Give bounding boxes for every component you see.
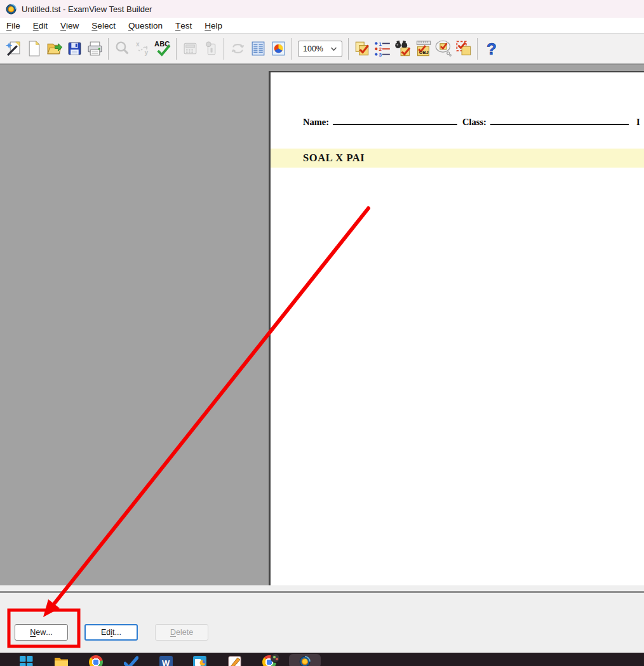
menu-question[interactable]: Question <box>122 18 169 33</box>
svg-text:y: y <box>144 49 148 56</box>
chrome-icon[interactable] <box>89 655 104 666</box>
workspace: Name:Class:I SOAL X PAI <box>0 65 644 585</box>
dynamic-question-icon[interactable] <box>433 38 453 60</box>
zoom-value: 100% <box>303 44 323 53</box>
slider-tool-icon <box>200 38 220 60</box>
open-test-icon[interactable] <box>44 38 64 60</box>
word-icon[interactable]: W <box>159 655 174 666</box>
window-title: Untitled.tst - ExamView Test Builder <box>22 4 152 14</box>
examview-logo-icon <box>6 4 17 15</box>
menu-help[interactable]: Help <box>198 18 229 33</box>
menu-file[interactable]: File <box>0 18 27 33</box>
edit-question-button[interactable]: Edit... <box>84 624 138 641</box>
id-label-partial: I <box>636 117 640 127</box>
panel-divider <box>0 585 644 593</box>
chevron-down-icon <box>330 46 337 51</box>
toolbar-separator <box>477 38 478 60</box>
menu-test[interactable]: Test <box>169 18 198 33</box>
style-gallery-icon[interactable] <box>268 38 288 60</box>
svg-text:x: x <box>136 41 140 48</box>
test-document-page: Name:Class:I SOAL X PAI <box>269 71 644 585</box>
toolbar-separator <box>176 38 177 60</box>
delete-question-button: Delete <box>155 624 208 641</box>
examview-logo-icon <box>299 656 311 666</box>
media-app-icon[interactable] <box>192 655 208 666</box>
zoom-select[interactable]: 100% <box>298 41 342 57</box>
test-wizard-icon[interactable] <box>3 38 23 60</box>
new-question-button[interactable]: New... <box>15 624 68 641</box>
zoom-icon <box>112 38 132 60</box>
document-header-row: Name:Class:I <box>303 116 641 128</box>
section-title-band: SOAL X PAI <box>271 149 644 168</box>
swap-icon <box>227 38 248 60</box>
svg-text:W: W <box>162 658 170 666</box>
toolbar-separator <box>108 38 109 60</box>
menu-view[interactable]: View <box>54 18 85 33</box>
print-test-icon[interactable] <box>84 38 105 60</box>
blue-check-app-icon[interactable] <box>124 655 139 666</box>
class-label: Class: <box>462 117 486 127</box>
new-question-icon[interactable] <box>352 38 372 60</box>
select-questions-icon[interactable] <box>453 38 474 60</box>
name-blank-line <box>333 116 457 125</box>
examview-taskbar-button[interactable] <box>289 654 321 666</box>
objectives-icon[interactable]: OBJ <box>413 38 433 60</box>
save-test-icon[interactable] <box>64 38 84 60</box>
help-icon[interactable]: ? <box>481 38 501 60</box>
toolbar: x y ABC <box>0 34 644 65</box>
question-panel: New... Edit... Delete <box>0 593 644 653</box>
spell-check-icon[interactable]: ABC <box>152 38 173 60</box>
two-column-icon[interactable] <box>248 38 268 60</box>
title-bar: Untitled.tst - ExamView Test Builder <box>0 0 644 18</box>
toolbar-separator <box>292 38 292 60</box>
scramble-icon: x y <box>132 38 152 60</box>
question-numbering-icon[interactable]: 1 2 3 <box>372 38 392 60</box>
class-blank-line <box>490 116 629 125</box>
writer-app-icon[interactable] <box>227 655 243 666</box>
menu-select[interactable]: Select <box>85 18 122 33</box>
toolbar-separator <box>224 38 224 60</box>
svg-text:3: 3 <box>379 51 382 57</box>
menu-edit[interactable]: Edit <box>27 18 54 33</box>
toolbar-separator <box>348 38 349 60</box>
section-title: SOAL X PAI <box>303 152 365 164</box>
svg-text:?: ? <box>486 40 497 58</box>
windows-start-icon[interactable] <box>19 655 34 666</box>
chrome-badged-icon[interactable] <box>262 655 278 666</box>
svg-text:OBJ: OBJ <box>419 50 428 55</box>
menu-bar: File Edit View Select Question Test Help <box>0 18 644 34</box>
new-test-icon[interactable] <box>23 38 44 60</box>
file-explorer-icon[interactable] <box>54 655 69 666</box>
taskbar: W <box>0 653 644 666</box>
calculator-icon <box>180 38 200 60</box>
name-label: Name: <box>303 117 329 127</box>
find-question-icon[interactable] <box>392 38 413 60</box>
